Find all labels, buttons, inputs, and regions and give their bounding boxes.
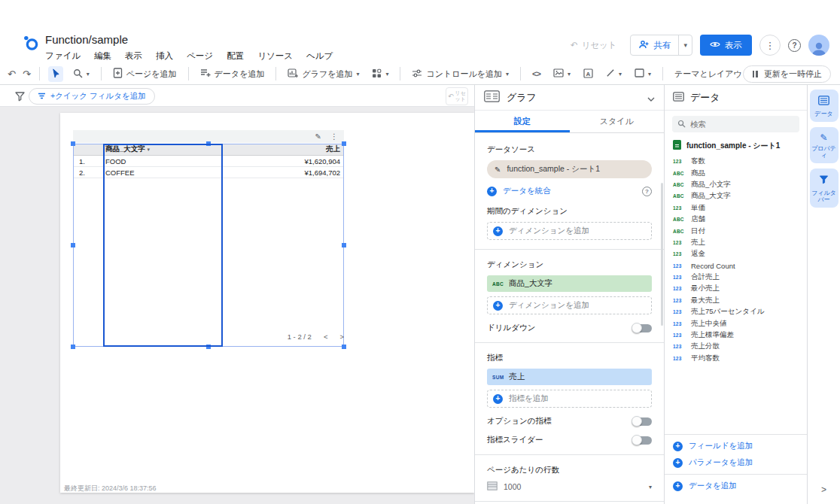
community-viz-button[interactable]: ▾ — [369, 66, 391, 82]
menu-resource[interactable]: リソース — [257, 50, 293, 62]
selection-handle[interactable] — [71, 141, 75, 146]
data-source-row[interactable]: function_sample - シート1 — [665, 137, 807, 156]
dimension-chip[interactable]: ABC 商品_大文字 — [487, 275, 652, 292]
field-item[interactable]: 123売上標準偏差 — [665, 329, 807, 341]
field-item[interactable]: 123単価 — [665, 202, 807, 214]
theme-layout-button[interactable]: テーマとレイアウト — [671, 66, 753, 82]
undo-button[interactable]: ↶ — [8, 69, 16, 79]
rail-item-data[interactable]: データ — [810, 90, 838, 122]
rows-per-page-select[interactable]: 1000 ▾ — [487, 481, 652, 492]
menu-arrange[interactable]: 配置 — [227, 50, 244, 62]
field-search[interactable] — [672, 116, 799, 132]
page-prev-button[interactable]: < — [324, 332, 328, 341]
add-quick-filter-button[interactable]: +クイック フィルタを追加 — [29, 88, 155, 105]
add-field-button[interactable]: フィールドを追加 — [665, 438, 807, 454]
page-next-button[interactable]: > — [339, 332, 344, 341]
more-vertical-icon: ⋮ — [765, 40, 775, 51]
image-button[interactable]: ▾ — [550, 66, 574, 81]
add-date-dimension-button[interactable]: ディメンションを追加 — [487, 222, 652, 240]
field-item[interactable]: 123売上分散 — [665, 341, 807, 352]
metric-chip[interactable]: SUM 売上 — [487, 369, 652, 385]
field-item[interactable]: ABC店舗 — [665, 214, 807, 225]
line-button[interactable]: ▾ — [603, 66, 625, 81]
tab-style[interactable]: スタイル — [570, 111, 665, 132]
menu-help[interactable]: ヘルプ — [306, 50, 333, 62]
avatar[interactable] — [808, 35, 829, 56]
menu-insert[interactable]: 挿入 — [156, 50, 173, 62]
pause-updates-button[interactable]: 更新を一時停止 — [743, 65, 831, 83]
field-item[interactable]: 123客数 — [665, 156, 807, 167]
table-header-dimension[interactable]: 商品_大文字 ▾ — [105, 144, 261, 154]
embed-button[interactable]: <> — [529, 67, 543, 80]
table-header-metric[interactable]: 売上 — [261, 144, 344, 154]
field-type-badge: ABC — [492, 281, 504, 287]
field-item[interactable]: ABC日付 — [665, 225, 807, 236]
add-parameter-button[interactable]: パラメータを追加 — [665, 454, 807, 471]
rail-item-filter-bar[interactable]: フィルタバー — [810, 169, 838, 208]
add-control-button[interactable]: コントロールを追加 ▾ — [409, 66, 512, 82]
share-dropdown-button[interactable]: ▾ — [678, 35, 692, 55]
field-item[interactable]: 123売上 — [665, 237, 807, 248]
optional-metrics-toggle[interactable] — [632, 416, 652, 427]
drilldown-toggle[interactable] — [632, 323, 652, 333]
selection-handle[interactable] — [71, 243, 75, 247]
add-data-button[interactable]: データを追加 — [665, 478, 807, 494]
view-button[interactable]: 表示 — [700, 35, 752, 56]
report-canvas[interactable]: ✎ ⋮ 商品_大文字 ▾ 売上 1. FOOD ¥1,620,904 2. CO… — [0, 107, 474, 504]
menu-page[interactable]: ページ — [187, 50, 213, 62]
report-page[interactable]: ✎ ⋮ 商品_大文字 ▾ 売上 1. FOOD ¥1,620,904 2. CO… — [60, 113, 474, 493]
field-item[interactable]: 123売上75パーセンタイル — [665, 306, 807, 317]
chevron-down-icon[interactable] — [647, 91, 655, 105]
field-item[interactable]: 123Record Count — [665, 260, 807, 272]
selection-handle[interactable] — [206, 345, 211, 349]
table-row[interactable]: 2. COFFEE ¥1,694,702 — [73, 167, 344, 178]
table-row[interactable]: 1. FOOD ¥1,620,904 — [73, 156, 344, 167]
blend-data-button[interactable]: データを統合 — [503, 186, 636, 196]
add-chart-button[interactable]: グラフを追加 ▾ — [285, 66, 362, 82]
menu-file[interactable]: ファイル — [45, 50, 81, 62]
section-divider — [475, 454, 664, 455]
text-button[interactable]: A — [580, 66, 596, 82]
field-item[interactable]: ABC商品 — [665, 167, 807, 178]
field-item[interactable]: ABC商品_大文字 — [665, 190, 807, 202]
field-item[interactable]: 123売上中央値 — [665, 317, 807, 329]
data-source-chip[interactable]: ✎ function_sample - シート1 — [487, 160, 652, 178]
caret-down-icon: ▾ — [619, 71, 622, 77]
selection-handle[interactable] — [206, 141, 211, 146]
help-circle-icon[interactable]: ? — [642, 187, 652, 196]
selection-handle[interactable] — [342, 243, 346, 247]
share-button[interactable]: 共有 — [631, 35, 678, 55]
reset-button[interactable]: ↶ リセット — [565, 35, 623, 56]
more-options-button[interactable]: ⋮ — [759, 35, 781, 56]
panel-expand-button[interactable]: > — [808, 484, 840, 495]
zoom-tool-button[interactable]: ▾ — [70, 66, 93, 82]
add-page-button[interactable]: ページを追加 — [110, 65, 180, 82]
field-item[interactable]: 123返金 — [665, 248, 807, 260]
add-metric-button[interactable]: 指標を追加 — [487, 390, 652, 408]
help-button[interactable]: ? — [788, 39, 801, 52]
metric-slider-toggle[interactable] — [632, 435, 652, 445]
selection-handle[interactable] — [342, 345, 346, 349]
redo-button[interactable]: ↷ — [23, 69, 31, 79]
select-tool-button[interactable] — [48, 66, 63, 82]
search-input[interactable] — [690, 120, 781, 129]
menu-edit[interactable]: 編集 — [94, 50, 111, 62]
shape-button[interactable]: ▾ — [632, 66, 654, 81]
panel-scrollbar[interactable] — [661, 183, 663, 326]
field-item[interactable]: 123合計売上 — [665, 272, 807, 283]
table-more-button[interactable]: ⋮ — [330, 132, 338, 141]
field-item[interactable]: 123最大売上 — [665, 295, 807, 306]
viz-grid-icon — [372, 68, 382, 80]
selection-handle[interactable] — [342, 141, 346, 146]
tab-setup[interactable]: 設定 — [475, 111, 570, 132]
field-item[interactable]: ABC商品_小文字 — [665, 179, 807, 190]
menu-view[interactable]: 表示 — [125, 50, 142, 62]
field-item[interactable]: 123平均客数 — [665, 353, 807, 364]
selection-handle[interactable] — [71, 345, 75, 349]
field-item[interactable]: 123最小売上 — [665, 283, 807, 294]
edit-pencil-icon[interactable]: ✎ — [315, 132, 321, 141]
add-dimension-button[interactable]: ディメンションを追加 — [487, 296, 652, 314]
add-data-button[interactable]: データを追加 — [197, 66, 268, 82]
rail-item-properties[interactable]: ✎ プロパティ — [810, 127, 838, 163]
canvas-reset-button[interactable]: ↶ リセット — [446, 87, 468, 105]
